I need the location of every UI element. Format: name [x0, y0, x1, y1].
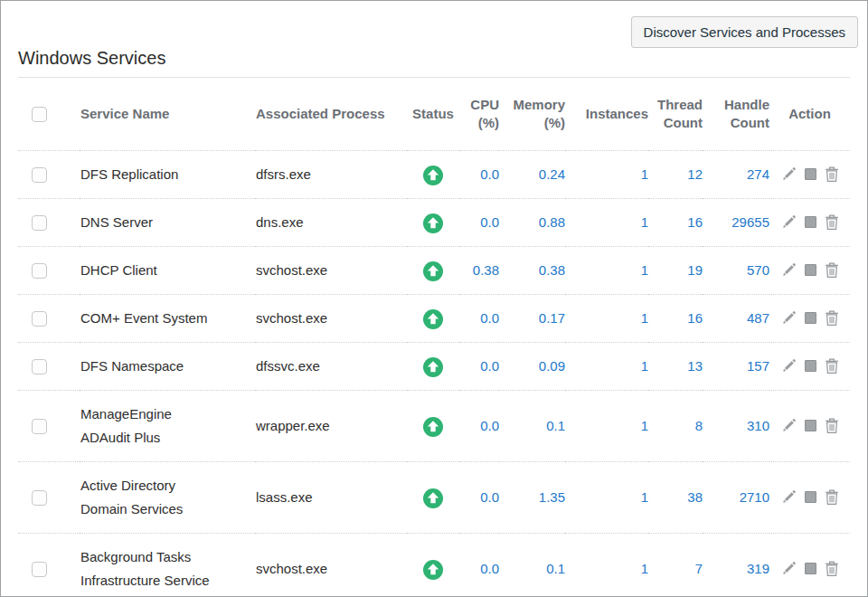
memory-value[interactable]: 0.09: [499, 342, 565, 390]
cpu-value[interactable]: 0.0: [459, 461, 499, 533]
stop-button[interactable]: [805, 216, 816, 228]
arrow-up-circle-icon: [422, 416, 444, 438]
pencil-icon: [781, 418, 797, 433]
thread-count-value[interactable]: 16: [648, 198, 703, 246]
service-name-cell: ManageEngine ADAudit Plus: [80, 390, 255, 461]
instances-value[interactable]: 1: [565, 294, 648, 342]
handle-count-value[interactable]: 310: [703, 390, 769, 461]
pencil-icon: [781, 214, 797, 230]
associated-process-cell: dfsrs.exe: [255, 150, 407, 198]
row-checkbox[interactable]: [32, 215, 47, 231]
associated-process-cell: svchost.exe: [255, 246, 407, 294]
delete-button[interactable]: [825, 561, 839, 577]
column-header-thread-count: Thread Count: [648, 78, 703, 150]
edit-button[interactable]: [781, 214, 797, 230]
pencil-icon: [781, 166, 797, 182]
memory-value[interactable]: 0.1: [499, 390, 565, 461]
arrow-up-circle-icon: [422, 559, 444, 581]
arrow-up-circle-icon: [422, 488, 444, 509]
cpu-value[interactable]: 0.0: [459, 198, 499, 246]
edit-button[interactable]: [781, 358, 797, 374]
handle-count-value[interactable]: 319: [703, 533, 769, 597]
cpu-value[interactable]: 0.0: [459, 342, 499, 390]
delete-button[interactable]: [825, 166, 839, 183]
stop-button[interactable]: [805, 420, 816, 431]
cpu-value[interactable]: 0.0: [459, 150, 499, 198]
edit-button[interactable]: [781, 262, 797, 278]
instances-value[interactable]: 1: [565, 533, 648, 597]
delete-button[interactable]: [825, 418, 839, 434]
handle-count-value[interactable]: 29655: [703, 198, 769, 246]
row-checkbox[interactable]: [32, 562, 47, 577]
associated-process-cell: wrapper.exe: [255, 390, 407, 461]
instances-value[interactable]: 1: [565, 198, 648, 246]
cpu-value[interactable]: 0.0: [459, 390, 499, 461]
row-checkbox[interactable]: [32, 263, 47, 279]
memory-value[interactable]: 1.35: [499, 461, 565, 533]
thread-count-value[interactable]: 12: [648, 150, 703, 198]
associated-process-cell: lsass.exe: [255, 461, 407, 533]
stop-button[interactable]: [805, 360, 816, 372]
row-checkbox[interactable]: [32, 359, 47, 374]
delete-button[interactable]: [825, 358, 839, 374]
handle-count-value[interactable]: 2710: [703, 461, 769, 533]
select-all-checkbox[interactable]: [32, 107, 47, 122]
trash-icon: [825, 310, 839, 327]
table-row: Background Tasks Infrastructure Service …: [18, 533, 850, 597]
instances-value[interactable]: 1: [565, 246, 648, 294]
row-checkbox[interactable]: [32, 419, 47, 434]
stop-icon: [805, 360, 816, 372]
thread-count-value[interactable]: 19: [648, 246, 703, 294]
handle-count-value[interactable]: 157: [703, 342, 769, 390]
cpu-value[interactable]: 0.0: [459, 294, 499, 342]
delete-button[interactable]: [825, 262, 839, 279]
memory-value[interactable]: 0.1: [499, 533, 565, 597]
service-name-cell: DHCP Client: [80, 246, 255, 294]
thread-count-value[interactable]: 38: [648, 461, 703, 533]
edit-button[interactable]: [781, 489, 797, 505]
stop-button[interactable]: [805, 491, 816, 503]
row-checkbox[interactable]: [32, 167, 47, 183]
edit-button[interactable]: [781, 561, 797, 576]
cpu-value[interactable]: 0.38: [459, 246, 499, 294]
handle-count-value[interactable]: 487: [703, 294, 769, 342]
table-row: COM+ Event System svchost.exe 0.0 0.17 1…: [18, 294, 850, 342]
memory-value[interactable]: 0.24: [499, 150, 565, 198]
instances-value[interactable]: 1: [565, 390, 648, 461]
thread-count-value[interactable]: 16: [648, 294, 703, 342]
service-name-cell: Background Tasks Infrastructure Service: [80, 533, 255, 597]
table-row: DFS Replication dfsrs.exe 0.0 0.24 1 12 …: [18, 150, 850, 198]
instances-value[interactable]: 1: [565, 342, 648, 390]
column-header-memory: Memory (%): [499, 78, 565, 150]
delete-button[interactable]: [825, 310, 839, 327]
stop-button[interactable]: [805, 168, 816, 180]
column-header-cpu: CPU (%): [459, 78, 499, 150]
trash-icon: [825, 166, 839, 183]
stop-button[interactable]: [805, 264, 816, 276]
table-row: DFS Namespace dfssvc.exe 0.0 0.09 1 13 1…: [18, 342, 850, 390]
trash-icon: [825, 489, 839, 506]
column-header-service-name: Service Name: [80, 78, 255, 150]
handle-count-value[interactable]: 570: [703, 246, 769, 294]
handle-count-value[interactable]: 274: [703, 150, 769, 198]
stop-button[interactable]: [805, 312, 816, 324]
delete-button[interactable]: [825, 214, 839, 231]
memory-value[interactable]: 0.17: [499, 294, 565, 342]
instances-value[interactable]: 1: [565, 150, 648, 198]
service-name-cell: DFS Namespace: [80, 342, 255, 390]
memory-value[interactable]: 0.88: [499, 198, 565, 246]
edit-button[interactable]: [781, 418, 797, 433]
edit-button[interactable]: [781, 166, 797, 182]
discover-services-button[interactable]: Discover Services and Processes: [631, 16, 858, 48]
thread-count-value[interactable]: 8: [648, 390, 703, 461]
instances-value[interactable]: 1: [565, 461, 648, 533]
row-checkbox[interactable]: [32, 311, 47, 327]
memory-value[interactable]: 0.38: [499, 246, 565, 294]
thread-count-value[interactable]: 13: [648, 342, 703, 390]
delete-button[interactable]: [825, 489, 839, 506]
cpu-value[interactable]: 0.0: [459, 533, 499, 597]
edit-button[interactable]: [781, 310, 797, 326]
stop-button[interactable]: [805, 563, 816, 574]
thread-count-value[interactable]: 7: [648, 533, 703, 597]
row-checkbox[interactable]: [32, 490, 47, 506]
